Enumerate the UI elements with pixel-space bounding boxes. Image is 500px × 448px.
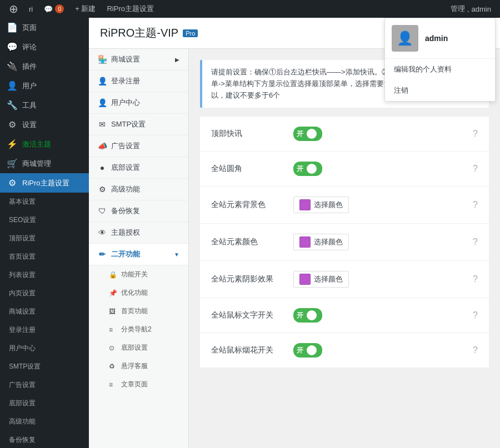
side-nav: 🏪 商城设置 ▶ 👤 登录注册 👤 用户中心 ✉ SMTP设置 [89, 49, 189, 448]
submenu-footer[interactable]: 底部设置 [0, 394, 89, 412]
sidebar-item-plugins[interactable]: 🔌 插件 [0, 57, 89, 76]
admin-bar: ⊕ ri 💬 0 + 新建 RiPro主题设置 管理, admin 👤 admi… [0, 0, 500, 18]
sidebar-item-users[interactable]: 👤 用户 [0, 76, 89, 95]
comments-link[interactable]: 💬 0 [39, 0, 68, 18]
submenu-ads[interactable]: 广告设置 [0, 376, 89, 394]
control-yuanjiao: 开 [293, 162, 322, 176]
sidebar-item-settings[interactable]: ⚙ 设置 [0, 115, 89, 134]
sidebar-item-pages[interactable]: 📄 页面 [0, 18, 89, 37]
setting-row-yanhua: 全站鼠标烟花开关 开 ? [200, 333, 489, 368]
side-nav-login[interactable]: 👤 登录注册 [89, 71, 188, 92]
edit-profile-link[interactable]: 编辑我的个人资料 [385, 59, 495, 80]
new-post-button[interactable]: + 新建 [71, 0, 100, 18]
help-kuaixun[interactable]: ? [473, 129, 478, 139]
toggle-yanhua[interactable]: 开 [293, 343, 322, 358]
submenu-basic[interactable]: 基本设置 [0, 193, 89, 211]
side-nav-smtp[interactable]: ✉ SMTP设置 [89, 114, 188, 135]
sidebar-item-shop[interactable]: 🛒 商城管理 [0, 154, 89, 173]
side-nav-license[interactable]: 👁 主题授权 [89, 222, 188, 244]
submenu-inner[interactable]: 内页设置 [0, 284, 89, 303]
new-label: + 新建 [75, 4, 96, 14]
site-link[interactable]: ri [24, 0, 37, 18]
setting-row-kuaixun: 顶部快讯 开 ? [200, 117, 489, 152]
side-nav-ads[interactable]: 📣 广告设置 [89, 135, 188, 157]
toggle-yanhua-knob [307, 345, 317, 355]
erk-nav-icon: ✏ [98, 250, 107, 259]
sub-nav-gongneng[interactable]: 🔒 功能开关 [89, 265, 188, 284]
side-nav-advanced[interactable]: ⚙ 高级功能 [89, 179, 188, 200]
comment-icon: 💬 [44, 5, 53, 13]
submenu-homepage[interactable]: 首页设置 [0, 248, 89, 266]
sidebar-item-ripro[interactable]: ⚙ RiPro主题设置 [0, 173, 89, 193]
sub-nav-wenzhang[interactable]: ≡ 文章页面 [89, 375, 188, 394]
dropdown-header: 👤 admin [385, 18, 495, 59]
advanced-nav-icon: ⚙ [98, 185, 107, 194]
color-swatch-beijing [299, 199, 311, 210]
control-yinying: 选择颜色 [293, 271, 349, 288]
color-picker-yinying[interactable]: 选择颜色 [293, 271, 349, 288]
side-nav-erk[interactable]: ✏ 二开功能 ▼ [89, 244, 188, 265]
side-nav-backup[interactable]: 🛡 备份恢复 [89, 200, 188, 222]
wp-icon: ⊕ [9, 2, 18, 16]
logout-link[interactable]: 注销 [385, 80, 495, 101]
wp-logo[interactable]: ⊕ [4, 0, 22, 18]
main-body: 🏪 商城设置 ▶ 👤 登录注册 👤 用户中心 ✉ SMTP设置 [89, 49, 500, 448]
submenu-backup[interactable]: 备份恢复 [0, 431, 89, 448]
comments-count: 0 [55, 4, 64, 13]
toggle-yuanjiao[interactable]: 开 [293, 162, 322, 176]
pages-icon: 📄 [7, 22, 18, 33]
title-area: RiPRO主题-VIP Pro [100, 26, 198, 41]
side-nav-shop[interactable]: 🏪 商城设置 ▶ [89, 49, 188, 71]
lock-icon: 🔒 [109, 271, 117, 279]
sub-nav-fenlei[interactable]: ≡ 分类导航2 [89, 320, 188, 339]
toggle-biaoti[interactable]: 开 [293, 308, 322, 323]
submenu-seo[interactable]: SEO设置 [0, 211, 89, 229]
shop-nav-icon: 🏪 [98, 55, 107, 64]
color-picker-beijing[interactable]: 选择颜色 [293, 197, 349, 213]
license-nav-icon: 👁 [98, 228, 107, 237]
article-icon: ≡ [109, 381, 117, 389]
setting-row-biaoti: 全站鼠标文字开关 开 ? [200, 298, 489, 333]
submenu-smtp[interactable]: SMTP设置 [0, 358, 89, 376]
toggle-biaoti-knob [307, 310, 317, 320]
footer-nav-icon: ● [98, 163, 107, 172]
label-yanse: 全站元素颜色 [211, 237, 289, 247]
toggle-yuanjiao-label: 开 [296, 164, 304, 174]
ripro-icon: ⚙ [7, 178, 18, 188]
side-nav-usercenter[interactable]: 👤 用户中心 [89, 92, 188, 114]
toggle-biaoti-label: 开 [296, 311, 304, 320]
help-yanhua[interactable]: ? [473, 345, 478, 355]
side-nav-footer-setting[interactable]: ● 底部设置 [89, 157, 188, 179]
help-biaoti[interactable]: ? [473, 310, 478, 320]
help-beijing[interactable]: ? [473, 200, 478, 210]
settings-section: 顶部快讯 开 ? 全站圆角 [200, 117, 489, 368]
label-kuaixun: 顶部快讯 [211, 129, 289, 139]
help-yuanjiao[interactable]: ? [473, 164, 478, 174]
sub-nav-youhua[interactable]: 📌 优化功能 [89, 284, 188, 302]
usercenter-nav-icon: 👤 [98, 98, 107, 107]
label-yanhua: 全站鼠标烟花开关 [211, 345, 289, 355]
submenu-shop[interactable]: 商城设置 [0, 303, 89, 321]
sidebar-item-activate-theme[interactable]: ⚡ 激活主题 [0, 134, 89, 154]
activate-icon: ⚡ [7, 139, 18, 149]
sidebar-item-comments[interactable]: 💬 评论 [0, 37, 89, 57]
control-kuaixun: 开 [293, 127, 322, 141]
submenu-advanced[interactable]: 高级功能 [0, 412, 89, 431]
color-picker-yanse[interactable]: 选择颜色 [293, 234, 349, 250]
sidebar-item-tools[interactable]: 🔧 工具 [0, 95, 89, 115]
help-yinying[interactable]: ? [473, 274, 478, 284]
help-yanse[interactable]: ? [473, 237, 478, 247]
submenu-list[interactable]: 列表设置 [0, 266, 89, 284]
admin-name-bar[interactable]: 管理, admin [446, 0, 496, 18]
submenu-usercenter[interactable]: 用户中心 [0, 339, 89, 358]
control-biaoti: 开 [293, 308, 322, 323]
sub-nav-xuanfu[interactable]: ♻ 悬浮客服 [89, 357, 188, 375]
color-swatch-yinying [299, 274, 311, 285]
toggle-kuaixun[interactable]: 开 [293, 127, 322, 141]
submenu-header[interactable]: 顶部设置 [0, 229, 89, 248]
sub-nav-shouye[interactable]: 🖼 首页功能 [89, 302, 188, 320]
submenu-login[interactable]: 登录注册 [0, 321, 89, 339]
control-beijing: 选择颜色 [293, 197, 349, 213]
setting-row-yuanjiao: 全站圆角 开 ? [200, 152, 489, 187]
sub-nav-dibu[interactable]: ⊙ 底部设置 [89, 339, 188, 357]
